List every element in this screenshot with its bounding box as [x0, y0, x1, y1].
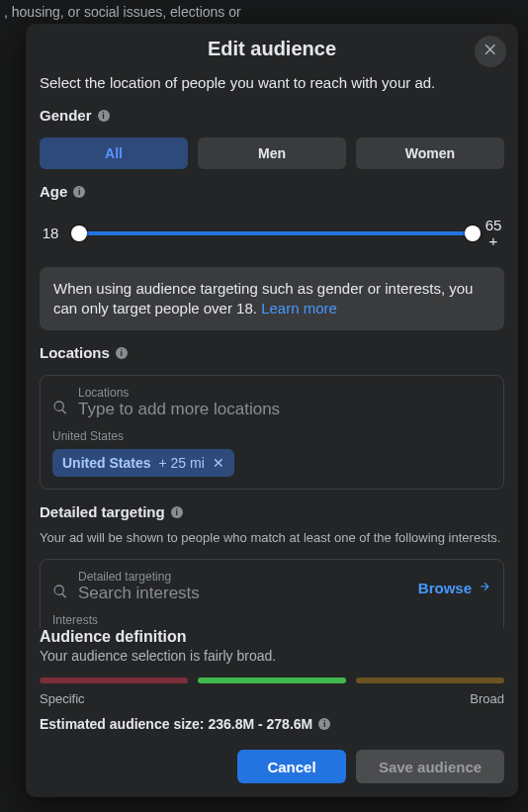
locations-field-label: Locations [78, 386, 491, 400]
locations-input[interactable]: Type to add more locations [78, 400, 491, 419]
estimated-audience-text: Estimated audience size: 236.8M - 278.6M [40, 716, 312, 732]
audience-definition: Audience definition Your audience select… [26, 628, 518, 732]
modal-header: Edit audience [26, 24, 518, 68]
modal-title: Edit audience [26, 38, 518, 60]
gender-label-text: Gender [40, 107, 92, 124]
browse-label: Browse [418, 580, 472, 596]
location-chip[interactable]: United States + 25 mi ✕ [52, 449, 234, 477]
age-notice: When using audience targeting such as ge… [40, 267, 504, 331]
detailed-targeting-input[interactable]: Search interests [78, 584, 408, 603]
background-hint-text: , housing, or social issues, elections o… [4, 4, 241, 20]
save-audience-button[interactable]: Save audience [356, 750, 504, 783]
gender-option-men[interactable]: Men [198, 137, 346, 169]
location-chip-remove-icon[interactable]: ✕ [213, 455, 224, 471]
browse-button[interactable]: Browse [418, 580, 491, 596]
gauge-segment-broad [356, 677, 504, 683]
close-button[interactable] [475, 36, 506, 67]
detailed-targeting-field: Detailed targeting Search interests Brow… [40, 559, 504, 628]
info-icon[interactable]: i [73, 186, 85, 198]
audience-definition-title: Audience definition [40, 628, 504, 646]
search-icon [52, 584, 68, 599]
audience-definition-sub: Your audience selection is fairly broad. [40, 648, 504, 664]
age-slider[interactable] [71, 222, 473, 245]
interests-group-label: Interests [52, 613, 491, 627]
close-icon [483, 42, 498, 61]
detailed-targeting-field-label: Detailed targeting [78, 570, 408, 584]
age-max-number: 65 [483, 218, 504, 233]
edit-audience-modal: Edit audience Select the location of peo… [26, 24, 518, 797]
age-slider-thumb-min[interactable] [71, 226, 87, 241]
age-slider-track [71, 231, 473, 235]
location-chip-name: United States [62, 455, 150, 471]
detailed-targeting-label: Detailed targeting i [40, 503, 504, 520]
gender-segmented-control: All Men Women [40, 137, 504, 169]
gender-option-women[interactable]: Women [356, 137, 504, 169]
age-max-suffix: + [483, 233, 504, 249]
age-slider-row: 18 65 + [40, 218, 504, 249]
age-min-value: 18 [40, 225, 61, 241]
locations-group-label: United States [52, 429, 491, 443]
info-icon[interactable]: i [171, 506, 183, 518]
gauge-labels: Specific Broad [40, 691, 504, 706]
gauge-label-specific: Specific [40, 691, 85, 706]
age-max-value: 65 + [483, 218, 504, 249]
cancel-button[interactable]: Cancel [237, 750, 346, 783]
age-slider-thumb-max[interactable] [465, 226, 481, 241]
audience-gauge [40, 677, 504, 683]
locations-label-text: Locations [40, 344, 110, 361]
modal-subtitle: Select the location of people you want t… [40, 68, 504, 93]
gauge-segment-specific [40, 677, 188, 683]
estimated-audience-size: Estimated audience size: 236.8M - 278.6M… [40, 716, 504, 732]
gauge-segment-medium [198, 677, 346, 683]
gender-option-all[interactable]: All [40, 137, 188, 169]
age-label: Age i [40, 183, 504, 200]
learn-more-link[interactable]: Learn more [261, 300, 337, 316]
locations-field: Locations Type to add more locations Uni… [40, 375, 504, 490]
arrow-right-icon [478, 580, 491, 596]
gauge-label-broad: Broad [470, 691, 504, 706]
age-label-text: Age [40, 183, 67, 200]
locations-label: Locations i [40, 344, 504, 361]
info-icon[interactable]: i [318, 718, 330, 730]
gender-label: Gender i [40, 107, 504, 124]
detailed-targeting-helper: Your ad will be shown to people who matc… [40, 530, 504, 545]
search-icon [52, 400, 68, 415]
detailed-targeting-label-text: Detailed targeting [40, 503, 165, 520]
info-icon[interactable]: i [98, 110, 110, 122]
location-chip-radius: + 25 mi [158, 455, 204, 471]
info-icon[interactable]: i [116, 347, 128, 359]
modal-actions: Cancel Save audience [26, 732, 518, 797]
